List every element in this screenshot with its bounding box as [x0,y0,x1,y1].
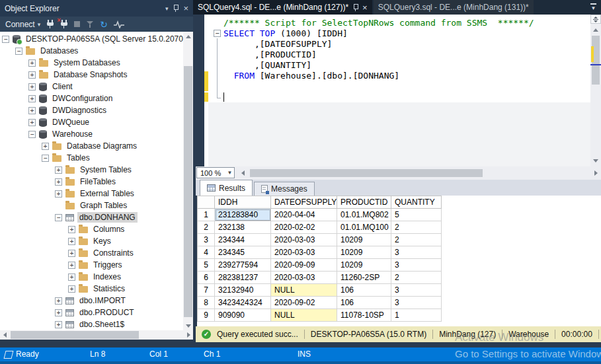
tree-item-client[interactable]: +Client [0,81,193,92]
tree-item-database-diagrams[interactable]: +Database Diagrams [0,140,193,152]
grid-cell[interactable]: 01.01.MQ100 [337,221,391,234]
scroll-up-button[interactable] [183,32,193,41]
tree-item-tables[interactable]: −Tables [0,152,193,164]
row-number-cell[interactable]: 2 [198,221,215,234]
tree-item-dwconfiguration[interactable]: +DWConfiguration [0,92,193,104]
tree-item-dbo-donhang[interactable]: −dbo.DONHANG [0,211,193,223]
tab-results[interactable]: Results [200,180,253,196]
collapse-icon[interactable]: − [2,36,9,43]
sql-editor[interactable]: − /****** Script for SelectTopNRows comm… [196,15,601,166]
scrollbar-thumb[interactable] [184,66,192,317]
tree-item-external-tables[interactable]: +External Tables [0,188,193,200]
grid-cell[interactable]: 282381237 [215,272,271,284]
collapse-icon[interactable]: − [28,131,36,138]
tree-item-system-databases[interactable]: +System Databases [0,57,193,69]
row-number-cell[interactable]: 1 [198,209,215,221]
grid-cell[interactable]: 3 [391,297,442,309]
grid-cell[interactable]: 10209 [337,234,391,246]
expand-icon[interactable]: + [68,250,75,257]
row-number-cell[interactable]: 7 [198,284,215,297]
grid-cell[interactable]: 2020-03-03 [271,272,337,284]
scroll-down-button[interactable] [183,321,193,330]
disconnect-plug-icon[interactable]: × [60,20,68,28]
scrollbar-thumb[interactable] [250,169,483,177]
collapse-icon[interactable]: − [42,155,49,162]
expand-icon[interactable]: + [28,83,36,91]
tree-item-dbo-import[interactable]: +dbo.IMPORT [0,295,193,307]
grid-cell[interactable]: 3 [391,259,442,272]
close-icon[interactable]: × [362,3,368,12]
grid-cell[interactable]: 2 [391,272,442,284]
expand-icon[interactable]: + [28,71,36,79]
expand-icon[interactable]: + [28,59,36,67]
window-position-chevron-icon[interactable]: ▾ [165,5,169,12]
grid-cell[interactable]: 106 [337,297,391,309]
grid-cell[interactable]: 1 [391,309,442,322]
scrollbar-thumb[interactable] [11,331,139,339]
expand-icon[interactable]: + [55,166,62,174]
expand-icon[interactable]: + [55,178,62,186]
grid-cell[interactable]: 2020-09-09 [271,259,337,272]
tree-item-columns[interactable]: +Columns [0,223,193,235]
grid-cell[interactable]: 2020-09-02 [271,297,337,309]
grid-cell[interactable]: 2020-03-03 [271,234,337,246]
row-number-cell[interactable]: 5 [198,259,215,272]
expand-icon[interactable]: + [68,262,75,269]
expand-icon[interactable]: + [28,95,36,102]
collapse-icon[interactable]: − [55,214,62,221]
filter-icon[interactable] [86,20,94,28]
expand-icon[interactable]: + [55,297,62,305]
pin-icon[interactable] [173,5,179,12]
tree-item-desktop-pa06s5a-sql-server-15-0-2070-41[interactable]: −DESKTOP-PA06S5A (SQL Server 15.0.2070.4… [0,33,193,45]
pin-icon[interactable] [352,4,358,11]
row-number-cell[interactable]: 8 [198,297,215,309]
tree-item-dbo-product[interactable]: +dbo.PRODUCT [0,307,193,318]
grid-cell[interactable]: 01.01.MQ802 [337,209,391,221]
expand-icon[interactable]: + [42,143,49,150]
grid-cell[interactable]: 232138 [215,221,271,234]
tab-list-dropdown-icon[interactable]: ▼ [590,3,601,11]
scroll-down-button[interactable] [590,156,601,165]
tree-item-databases[interactable]: −Databases [0,45,193,57]
tree-item-system-tables[interactable]: +System Tables [0,164,193,176]
scroll-right-button[interactable] [184,330,193,340]
grid-cell[interactable]: 11078-10SP [337,309,391,322]
grid-cell[interactable]: 32132940 [215,284,271,297]
tree-item-dwqueue[interactable]: +DWQueue [0,116,193,128]
tree-item-constraints[interactable]: +Constraints [0,247,193,259]
column-header-quantity[interactable]: QUANTITY [391,196,442,209]
tree-item-warehouse[interactable]: −Warehouse [0,128,193,140]
editor-vertical-scrollbar[interactable] [590,15,601,166]
grid-cell[interactable]: 10209 [337,259,391,272]
grid-cell[interactable]: 3423424324 [215,297,271,309]
grid-cell[interactable]: NULL [271,309,337,322]
grid-cell[interactable]: 2020-02-02 [271,221,337,234]
grid-cell[interactable]: 909090 [215,309,271,322]
tree-item-triggers[interactable]: +Triggers [0,259,193,271]
tree-item-filetables[interactable]: +FileTables [0,176,193,188]
tree-item-graph-tables[interactable]: Graph Tables [0,200,193,211]
scroll-right-button[interactable] [591,168,600,178]
row-number-cell[interactable]: 3 [198,234,215,246]
grid-cell[interactable]: 10209 [337,246,391,259]
activity-monitor-icon[interactable] [114,20,125,28]
document-tab[interactable]: SQLQuery4.sql - DE...e (MinhDang (127))*… [193,0,372,15]
tree-item-database-snapshots[interactable]: +Database Snapshots [0,69,193,81]
scroll-left-button[interactable] [238,168,247,178]
expand-icon[interactable]: + [68,273,75,281]
row-number-cell[interactable]: 6 [198,272,215,284]
expand-icon[interactable]: + [28,119,36,126]
column-header-iddh[interactable]: IDDH [215,196,271,209]
grid-cell[interactable]: 5 [391,209,442,221]
row-number-cell[interactable]: 4 [198,246,215,259]
grid-cell[interactable]: 3 [391,246,442,259]
connect-button[interactable]: Connect ▾ [5,20,40,29]
expand-icon[interactable]: + [28,107,36,114]
expand-icon[interactable]: + [68,285,75,293]
expand-icon[interactable]: + [55,190,62,198]
tab-messages[interactable]: Messages [254,182,315,196]
tree-item-dwdiagnostics[interactable]: +DWDiagnostics [0,104,193,116]
tree-item-statistics[interactable]: +Statistics [0,283,193,295]
grid-cell[interactable]: 231283840 [215,209,271,221]
column-header-productid[interactable]: PRODUCTID [337,196,391,209]
